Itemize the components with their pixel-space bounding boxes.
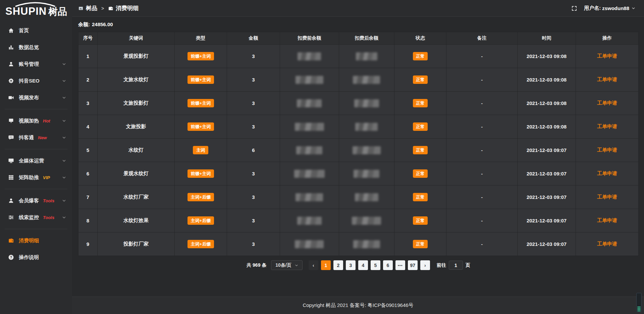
topbar: 树品 > 消费明细 用户名: zswodun88	[72, 0, 644, 17]
sidebar-divider	[5, 189, 67, 189]
action-ticket-link[interactable]: 工单申请	[597, 147, 617, 153]
sidebar-item-operation-guide[interactable]: ?操作说明	[0, 249, 72, 266]
goto-page-input[interactable]	[449, 261, 463, 270]
sidebar-item-matrix-boost[interactable]: 矩阵助推VIP	[0, 169, 72, 186]
page-button-2[interactable]: 2	[333, 260, 343, 270]
widget-bar	[637, 307, 641, 307]
type-badge: 主词+后缀	[187, 216, 214, 225]
sidebar-item-all-media-operation[interactable]: 全媒体运营	[0, 152, 72, 169]
type-badge: 前缀+主词	[187, 122, 214, 131]
time-text: 2021-12-03 09:08	[527, 124, 567, 129]
cell-balance-after	[339, 232, 394, 256]
amount-value: 3	[252, 53, 255, 59]
page-button-5[interactable]: 5	[371, 260, 380, 270]
note-text: -	[481, 53, 483, 59]
cell-time: 2021-12-03 09:07	[518, 162, 576, 186]
row-index: 1	[87, 53, 89, 59]
page-button-6[interactable]: 6	[383, 260, 393, 270]
time-text: 2021-12-03 09:07	[527, 194, 567, 200]
goto-label: 前往	[437, 262, 446, 268]
fullscreen-icon[interactable]	[571, 5, 577, 11]
keyword-text: 景观水纹灯	[123, 170, 149, 176]
page-size-select[interactable]: 10条/页	[271, 260, 302, 270]
action-ticket-link[interactable]: 工单申请	[597, 241, 617, 247]
help-icon: ?	[8, 254, 14, 260]
time-text: 2021-12-03 09:07	[527, 241, 567, 247]
floating-widget[interactable]	[636, 293, 642, 312]
app-window: SHUPIN树品 首页数据总览账号管理抖音SEO视频发布视频加热Hot抖客通Ne…	[0, 0, 644, 314]
breadcrumb-app-label: 树品	[86, 4, 97, 12]
breadcrumb-current: 消费明细	[108, 4, 139, 12]
cell-balance-after	[339, 92, 394, 115]
page-button-4[interactable]: 4	[358, 260, 368, 270]
sidebar-item-consumption-detail[interactable]: 消费明细	[0, 232, 72, 249]
sidebar-item-data-overview[interactable]: 数据总览	[0, 39, 72, 56]
pagination: 共 969 条 10条/页 ‹ 123456•••97 › 前往 页	[78, 260, 639, 270]
column-header-time: 时间	[518, 32, 576, 45]
type-badge: 主词+后缀	[187, 193, 214, 201]
sidebar-item-label: 抖音SEO	[19, 78, 40, 84]
cell-type: 主词	[175, 139, 227, 162]
cell-action: 工单申请	[576, 115, 638, 139]
action-ticket-link[interactable]: 工单申请	[597, 53, 617, 59]
sidebar-item-account-management[interactable]: 账号管理	[0, 56, 72, 72]
cell-balance-after	[339, 162, 394, 186]
table-row: 8水纹灯效果主词+后缀3正常-2021-12-03 09:07工单申请	[78, 209, 639, 232]
sidebar-item-video-heating[interactable]: 视频加热Hot	[0, 112, 72, 129]
chevron-down-icon	[62, 96, 66, 100]
column-header-balance-before: 扣费前余额	[280, 32, 339, 45]
note-text: -	[481, 194, 483, 200]
sidebar-item-label: 账号管理	[19, 61, 39, 67]
balance-label: 余额:	[78, 21, 90, 27]
more-pages-button[interactable]: •••	[395, 260, 405, 270]
column-header-type: 类型	[175, 32, 227, 45]
cell-keyword: 水纹灯效果	[97, 209, 174, 232]
sidebar-item-video-publish[interactable]: 视频发布	[0, 89, 72, 106]
cell-note: -	[446, 68, 518, 92]
cell-status: 正常	[394, 115, 446, 139]
cell-balance-before	[280, 209, 339, 232]
next-page-button[interactable]: ›	[420, 260, 430, 270]
sidebar-item-member-leads[interactable]: 会员爆客Tools	[0, 192, 72, 209]
prev-page-button[interactable]: ‹	[309, 260, 318, 270]
cell-time: 2021-12-03 09:08	[518, 115, 576, 139]
page-size-value: 10条/页	[275, 262, 291, 268]
page-button-97[interactable]: 97	[408, 260, 418, 270]
widget-bar	[637, 311, 641, 311]
action-ticket-link[interactable]: 工单申请	[597, 217, 617, 223]
redacted-balance-after	[355, 123, 378, 131]
breadcrumb-app-link[interactable]: 树品	[78, 4, 97, 12]
sidebar-item-doukaitong[interactable]: 抖客通New	[0, 129, 72, 146]
redacted-balance-before	[295, 123, 324, 131]
action-ticket-link[interactable]: 工单申请	[597, 170, 617, 176]
action-ticket-link[interactable]: 工单申请	[597, 100, 617, 106]
cell-type: 主词+后缀	[175, 186, 227, 209]
user-menu[interactable]: 用户名: zswodun88	[584, 5, 635, 11]
sidebar-item-label: 全媒体运营	[19, 158, 44, 164]
sidebar-item-badge: Tools	[43, 198, 54, 203]
action-ticket-link[interactable]: 工单申请	[597, 194, 617, 200]
column-header-keyword: 关键词	[97, 32, 174, 45]
sidebar-item-badge: New	[38, 135, 47, 140]
cell-type: 前缀+主词	[175, 92, 227, 115]
sidebar-item-home[interactable]: 首页	[0, 22, 72, 39]
sidebar-item-douyin-seo[interactable]: 抖音SEO	[0, 72, 72, 89]
cell-amount: 3	[227, 45, 280, 68]
page-button-3[interactable]: 3	[346, 260, 356, 270]
amount-value: 3	[252, 124, 255, 129]
cell-type: 主词+后缀	[175, 209, 227, 232]
action-ticket-link[interactable]: 工单申请	[597, 123, 617, 129]
cell-keyword: 文旅投影灯	[97, 92, 174, 115]
page-button-1[interactable]: 1	[321, 260, 331, 270]
redacted-balance-after	[354, 170, 379, 178]
balance-value: 24856.00	[92, 21, 113, 27]
action-ticket-link[interactable]: 工单申请	[597, 76, 617, 82]
footer: Copyright 树品 2021 备案号: 粤ICP备09019646号	[72, 297, 644, 314]
sidebar-item-label: 矩阵助推	[19, 174, 39, 181]
logo[interactable]: SHUPIN树品	[0, 0, 72, 19]
cell-status: 正常	[394, 162, 446, 186]
cell-keyword: 水纹灯厂家	[97, 186, 174, 209]
note-text: -	[481, 124, 483, 129]
chevron-down-icon	[62, 215, 66, 219]
sidebar-item-clue-monitor[interactable]: 线索监控Tools	[0, 209, 72, 226]
